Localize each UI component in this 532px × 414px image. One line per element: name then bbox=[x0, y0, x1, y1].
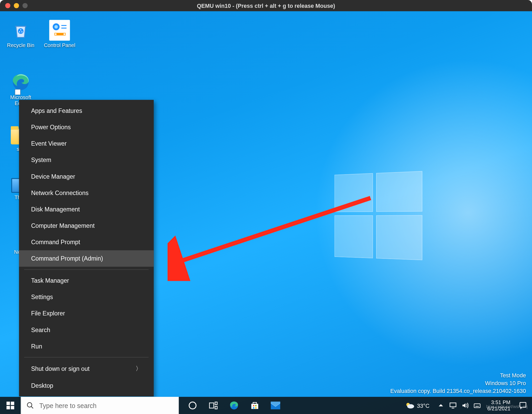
svg-rect-21 bbox=[251, 404, 258, 409]
weather-icon bbox=[405, 402, 415, 409]
winx-file-explorer[interactable]: File Explorer bbox=[19, 305, 154, 322]
svg-rect-4 bbox=[61, 28, 66, 28]
taskbar-apps bbox=[182, 397, 286, 414]
icon-label: Recycle Bin bbox=[4, 42, 37, 48]
winx-cmd[interactable]: Command Prompt bbox=[19, 234, 154, 250]
winx-menu: Apps and Features Power Options Event Vi… bbox=[19, 100, 154, 396]
tray-overflow[interactable] bbox=[436, 397, 446, 414]
winx-search[interactable]: Search bbox=[19, 322, 154, 338]
svg-rect-13 bbox=[11, 406, 14, 409]
zoom-dot[interactable] bbox=[22, 3, 28, 8]
edge-icon bbox=[10, 72, 31, 93]
monitor-icon bbox=[449, 402, 456, 409]
winx-device-manager[interactable]: Device Manager bbox=[19, 168, 154, 185]
minimize-dot[interactable] bbox=[14, 3, 19, 8]
windows-icon bbox=[6, 402, 14, 409]
circle-icon bbox=[188, 401, 197, 410]
svg-point-28 bbox=[407, 404, 414, 409]
svg-rect-23 bbox=[255, 405, 256, 406]
svg-rect-17 bbox=[209, 403, 214, 408]
taskbar-weather[interactable]: 33°C bbox=[401, 402, 434, 409]
edge-icon bbox=[229, 401, 239, 410]
volume-icon bbox=[461, 402, 468, 409]
winx-desktop[interactable]: Desktop bbox=[19, 377, 154, 394]
task-view-icon bbox=[209, 402, 218, 409]
control-panel-icon bbox=[49, 20, 70, 41]
svg-rect-12 bbox=[6, 406, 10, 409]
svg-point-14 bbox=[27, 403, 32, 407]
recycle-bin-icon bbox=[10, 20, 31, 41]
desktop-icon-recycle-bin[interactable]: Recycle Bin bbox=[4, 20, 37, 48]
windows-logo bbox=[335, 171, 425, 266]
svg-rect-3 bbox=[61, 25, 66, 26]
taskbar-store[interactable] bbox=[244, 397, 265, 414]
titlebar: QEMU win10 - (Press ctrl + alt + g to re… bbox=[0, 0, 532, 11]
svg-point-7 bbox=[63, 33, 65, 35]
system-tray bbox=[434, 397, 484, 414]
winx-shutdown[interactable]: Shut down or sign out 〉 bbox=[19, 360, 154, 377]
start-button[interactable] bbox=[0, 397, 21, 414]
winx-network-conn[interactable]: Network Connections bbox=[19, 185, 154, 201]
winx-cmd-admin[interactable]: Command Prompt (Admin) bbox=[19, 250, 154, 267]
taskbar-search[interactable]: Type here to search bbox=[21, 397, 179, 414]
svg-rect-11 bbox=[11, 402, 14, 405]
winx-power-options[interactable]: Power Options bbox=[19, 119, 154, 135]
svg-rect-25 bbox=[255, 407, 256, 409]
titlebar-text: QEMU win10 - (Press ctrl + alt + g to re… bbox=[0, 2, 532, 9]
qemu-window: QEMU win10 - (Press ctrl + alt + g to re… bbox=[0, 0, 532, 414]
activation-watermark: Test Mode Windows 10 Pro Evaluation copy… bbox=[390, 372, 526, 395]
search-icon bbox=[26, 402, 34, 409]
svg-rect-19 bbox=[215, 406, 217, 409]
tray-network[interactable] bbox=[448, 397, 458, 414]
svg-rect-10 bbox=[6, 402, 10, 405]
window-controls bbox=[0, 3, 28, 8]
chevron-right-icon: 〉 bbox=[136, 365, 142, 373]
winx-computer-mgmt[interactable]: Computer Management bbox=[19, 217, 154, 234]
taskbar: Type here to search 33°C bbox=[0, 397, 532, 414]
winx-system[interactable]: System bbox=[19, 152, 154, 168]
svg-rect-24 bbox=[253, 407, 254, 409]
tray-ime[interactable] bbox=[472, 397, 482, 414]
cortana-button[interactable] bbox=[182, 397, 203, 414]
svg-line-15 bbox=[31, 406, 33, 408]
tray-volume[interactable] bbox=[460, 397, 470, 414]
svg-rect-31 bbox=[474, 404, 480, 408]
svg-rect-22 bbox=[253, 405, 254, 406]
svg-point-2 bbox=[54, 25, 58, 28]
svg-point-6 bbox=[55, 33, 57, 35]
task-view-button[interactable] bbox=[203, 397, 224, 414]
svg-rect-29 bbox=[450, 403, 456, 407]
taskbar-edge[interactable] bbox=[224, 397, 244, 414]
close-dot[interactable] bbox=[5, 3, 10, 8]
winx-task-manager[interactable]: Task Manager bbox=[19, 272, 154, 289]
store-icon bbox=[250, 401, 259, 410]
mail-icon bbox=[271, 402, 280, 409]
winx-run[interactable]: Run bbox=[19, 338, 154, 354]
taskbar-mail[interactable] bbox=[265, 397, 286, 414]
winx-disk-mgmt[interactable]: Disk Management bbox=[19, 201, 154, 217]
desktop-icon-control-panel[interactable]: Control Panel bbox=[43, 20, 76, 48]
blog-watermark: blog.csdn.net/wsh_mj bbox=[486, 404, 528, 409]
svg-rect-18 bbox=[215, 402, 217, 405]
icon-label: Control Panel bbox=[43, 42, 76, 48]
chevron-up-icon bbox=[438, 403, 443, 408]
winx-apps-features[interactable]: Apps and Features bbox=[19, 102, 154, 119]
winx-settings[interactable]: Settings bbox=[19, 289, 154, 305]
desktop[interactable]: Recycle Bin Control Panel Microsoft Edge… bbox=[0, 11, 532, 414]
winx-event-viewer[interactable]: Event Viewer bbox=[19, 135, 154, 152]
svg-point-16 bbox=[189, 402, 196, 409]
keyboard-icon bbox=[474, 402, 481, 409]
search-placeholder: Type here to search bbox=[39, 402, 96, 409]
